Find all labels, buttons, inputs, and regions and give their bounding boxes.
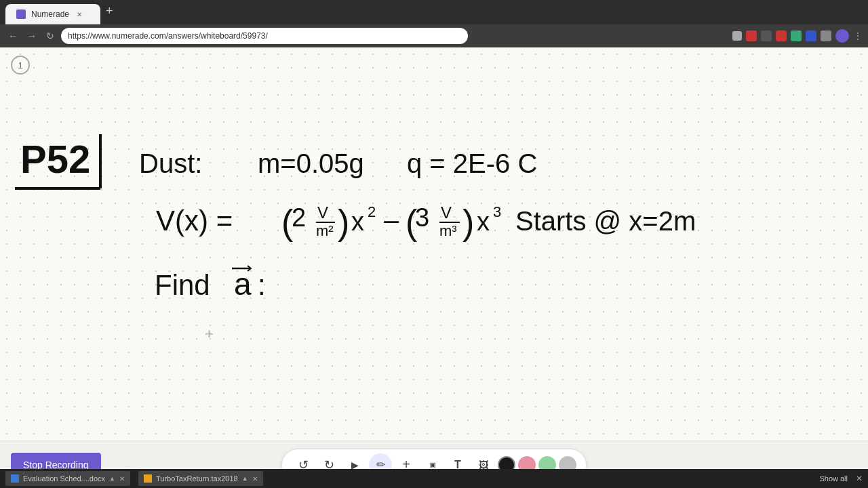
svg-text:+: +	[205, 325, 214, 342]
taskbar-item2-close[interactable]: ✕	[252, 475, 258, 483]
show-all-button[interactable]: Show all	[819, 474, 848, 483]
extension1-icon[interactable]	[746, 30, 757, 41]
svg-text:Dust:: Dust:	[139, 148, 202, 178]
svg-text:3: 3	[493, 203, 501, 220]
svg-text:): )	[338, 203, 349, 242]
svg-text:x: x	[477, 207, 490, 236]
svg-text:V(x) =: V(x) =	[156, 205, 233, 237]
svg-text:x: x	[351, 207, 364, 236]
tab-label: Numerade	[31, 9, 69, 19]
taskbar-item2-label: TurboTaxReturn.tax2018	[156, 474, 238, 483]
p52-label: P52	[20, 137, 90, 181]
whiteboard-canvas[interactable]: 1 .hw { font-family: 'Georgia', serif; f…	[0, 47, 868, 441]
browser-toolbar-icons: ⋮	[732, 29, 863, 43]
tab-bar: Numerade ✕ +	[0, 0, 868, 24]
tab-favicon	[16, 9, 26, 19]
whiteboard-content: .hw { font-family: 'Georgia', serif; fil…	[0, 47, 868, 441]
svg-text:2: 2	[292, 203, 306, 232]
taskbar-item-2[interactable]: TurboTaxReturn.tax2018 ▲ ✕	[138, 471, 263, 486]
taskbar-item1-icon	[11, 474, 19, 483]
taskbar-item1-label: Evaluation Sched....docx	[23, 474, 105, 483]
taskbar-item1-close[interactable]: ✕	[119, 475, 125, 483]
taskbar-close[interactable]: ✕	[856, 474, 863, 483]
taskbar-item2-chevron: ▲	[242, 475, 248, 482]
svg-text:q = 2E‑6 C: q = 2E‑6 C	[407, 148, 537, 178]
taskbar-item2-icon	[144, 474, 152, 483]
browser-chrome: Numerade ✕ + ← → ↻ https://www.numerade.…	[0, 0, 868, 47]
svg-text:m²: m²	[316, 222, 334, 239]
back-button[interactable]: ←	[5, 29, 20, 43]
svg-text:Find: Find	[155, 269, 210, 301]
svg-text:2: 2	[368, 203, 376, 220]
active-tab[interactable]: Numerade ✕	[5, 4, 100, 24]
extension6-icon[interactable]	[821, 30, 831, 41]
taskbar-item-1[interactable]: Evaluation Sched....docx ▲ ✕	[5, 471, 130, 486]
address-bar-row: ← → ↻ https://www.numerade.com/answers/w…	[0, 24, 868, 47]
refresh-button[interactable]: ↻	[43, 29, 57, 43]
extension5-icon[interactable]	[806, 30, 816, 41]
svg-text:V: V	[441, 203, 452, 222]
svg-text::: :	[258, 269, 266, 301]
taskbar-item1-chevron: ▲	[109, 475, 115, 482]
taskbar: Evaluation Sched....docx ▲ ✕ TurboTaxRet…	[0, 469, 868, 488]
address-bar[interactable]: https://www.numerade.com/answers/whitebo…	[61, 28, 468, 44]
svg-text:3: 3	[415, 203, 429, 232]
svg-text:m³: m³	[439, 222, 457, 239]
tab-close-button[interactable]: ✕	[75, 9, 84, 19]
svg-text:): )	[462, 203, 474, 242]
extension4-icon[interactable]	[791, 30, 802, 41]
svg-text:a: a	[234, 266, 252, 302]
forward-button[interactable]: →	[24, 29, 39, 43]
new-tab-button[interactable]: +	[100, 0, 119, 23]
extension2-icon[interactable]	[761, 30, 772, 41]
extension3-icon[interactable]	[776, 30, 787, 41]
extensions-icon[interactable]	[732, 31, 742, 41]
svg-text:m=0.05g: m=0.05g	[258, 148, 364, 178]
profile-avatar[interactable]	[835, 29, 849, 43]
menu-icon[interactable]: ⋮	[853, 30, 863, 41]
url-text: https://www.numerade.com/answers/whitebo…	[68, 31, 268, 41]
svg-text:–: –	[384, 205, 399, 235]
svg-text:V: V	[317, 203, 328, 222]
svg-text:Starts @ x=2m: Starts @ x=2m	[515, 206, 696, 236]
